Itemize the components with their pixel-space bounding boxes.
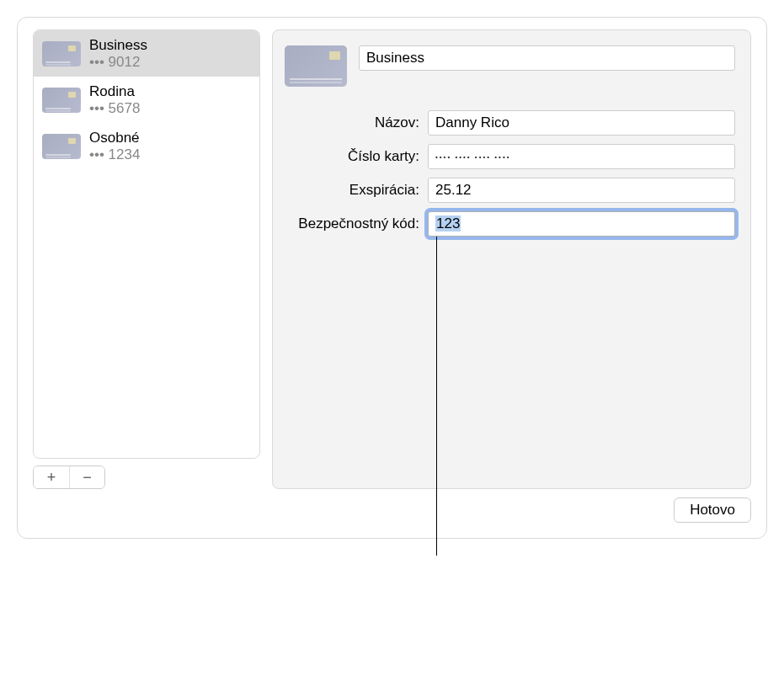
card-title: Osobné (89, 130, 140, 146)
card-title: Business (89, 37, 147, 54)
sidebar-item-osobne[interactable]: Osobné ••• 1234 (34, 123, 259, 169)
row-number: Číslo karty: •••• •••• •••• •••• (285, 144, 735, 169)
sidebar-item-rodina[interactable]: Rodina ••• 5678 (34, 77, 259, 123)
card-texts: Osobné ••• 1234 (89, 130, 140, 162)
label-expiry: Exspirácia: (285, 182, 428, 199)
card-icon (42, 41, 81, 67)
autofill-cards-window: Business ••• 9012 Rodina ••• 5678 Osobné (17, 17, 767, 539)
card-last-digits: ••• 9012 (89, 54, 147, 71)
card-last-digits: ••• 5678 (89, 100, 140, 117)
card-description-input[interactable] (359, 45, 735, 71)
card-icon-large (285, 45, 347, 87)
security-field-wrap: 123 (428, 211, 735, 237)
card-texts: Rodina ••• 5678 (89, 83, 140, 116)
detail-header (285, 45, 735, 87)
row-security: Bezpečnostný kód: 123 (285, 211, 735, 237)
callout-leader-line (436, 237, 437, 556)
add-card-button[interactable]: + (34, 466, 69, 488)
security-code-input[interactable]: 123 (428, 211, 735, 237)
expiry-input[interactable] (428, 178, 735, 203)
label-security: Bezpečnostný kód: (285, 215, 428, 232)
done-button[interactable]: Hotovo (674, 497, 751, 523)
cards-sidebar: Business ••• 9012 Rodina ••• 5678 Osobné (33, 29, 260, 459)
card-detail-panel: Názov: Číslo karty: •••• •••• •••• •••• … (272, 29, 751, 489)
card-last-digits: ••• 1234 (89, 146, 140, 163)
add-remove-group: + − (33, 466, 105, 489)
row-expiry: Exspirácia: (285, 178, 735, 203)
left-column: Business ••• 9012 Rodina ••• 5678 Osobné (33, 29, 260, 489)
label-name: Názov: (285, 114, 428, 131)
sidebar-item-business[interactable]: Business ••• 9012 (34, 30, 259, 77)
card-icon (42, 88, 81, 113)
card-title: Rodina (89, 83, 140, 100)
row-name: Názov: (285, 110, 735, 136)
label-number: Číslo karty: (285, 148, 428, 165)
card-icon (42, 134, 81, 159)
card-texts: Business ••• 9012 (89, 37, 147, 70)
content-row: Business ••• 9012 Rodina ••• 5678 Osobné (33, 29, 751, 489)
footer: Hotovo (33, 497, 751, 523)
selected-text: 123 (435, 215, 461, 231)
cardholder-name-input[interactable] (428, 110, 735, 136)
form-rows: Názov: Číslo karty: •••• •••• •••• •••• … (285, 110, 735, 237)
remove-card-button[interactable]: − (69, 466, 104, 488)
card-number-input[interactable]: •••• •••• •••• •••• (428, 144, 735, 169)
